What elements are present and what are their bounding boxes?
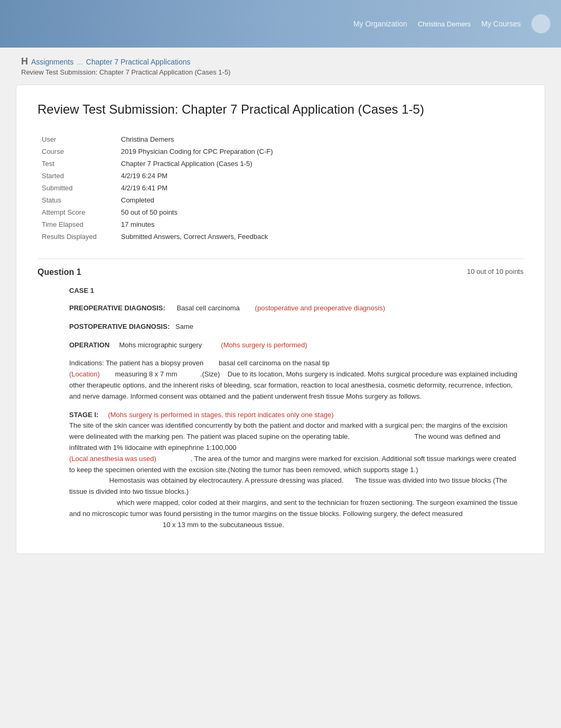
location-highlight: (Location) bbox=[69, 370, 100, 378]
info-row-time: Time Elapsed 17 minutes bbox=[38, 218, 523, 231]
assignments-link[interactable]: Assignments bbox=[31, 58, 73, 66]
stage-paragraph: STAGE I: (Mohs surgery is performed in s… bbox=[69, 410, 523, 531]
question-1-header: Question 1 10 out of 10 points bbox=[38, 259, 523, 277]
header-nav: My Organization Christina Demers My Cour… bbox=[353, 14, 550, 33]
preop-paragraph: PREOPERATIVE DIAGNOSIS: Basal cell carci… bbox=[69, 303, 523, 314]
my-organization-link[interactable]: My Organization bbox=[353, 20, 407, 28]
attempt-score-value: 50 out of 50 points bbox=[117, 206, 523, 218]
breadcrumb-separator: ... bbox=[77, 58, 83, 66]
operation-text: Mohs micrographic surgery bbox=[119, 341, 202, 349]
status-value: Completed bbox=[117, 194, 523, 206]
local-anesthesia-highlight: (Local anesthesia was used) bbox=[69, 455, 156, 463]
stage-highlight: (Mohs surgery is performed in stages, th… bbox=[108, 411, 333, 419]
postop-paragraph: POSTOPERATIVE DIAGNOSIS: Same bbox=[69, 321, 523, 333]
case-title: CASE 1 bbox=[69, 285, 523, 297]
user-name-display: Christina Demers bbox=[418, 20, 471, 28]
results-displayed-value: Submitted Answers, Correct Answers, Feed… bbox=[117, 231, 523, 243]
postop-label: POSTOPERATIVE DIAGNOSIS: bbox=[69, 322, 170, 330]
postop-text: Same bbox=[175, 322, 193, 330]
started-value: 4/2/19 6:24 PM bbox=[117, 170, 523, 182]
info-row-test: Test Chapter 7 Practical Application (Ca… bbox=[38, 158, 523, 170]
stage-text4: Hemostasis was obtained by electrocauter… bbox=[109, 476, 343, 484]
info-row-started: Started 4/2/19 6:24 PM bbox=[38, 170, 523, 182]
info-row-user: User Christina Demers bbox=[38, 133, 523, 145]
info-row-results: Results Displayed Submitted Answers, Cor… bbox=[38, 231, 523, 243]
user-value: Christina Demers bbox=[117, 133, 523, 145]
indications-text2: basal cell carcinoma on the nasal tip bbox=[219, 359, 330, 367]
question-1-title: Question 1 bbox=[38, 268, 81, 277]
indications-paragraph: Indications: The patient has a biopsy pr… bbox=[69, 358, 523, 402]
operation-paragraph: OPERATION Mohs micrographic surgery (Moh… bbox=[69, 340, 523, 351]
preop-highlight: (postoperative and preoperative diagnosi… bbox=[255, 304, 385, 312]
info-row-score: Attempt Score 50 out of 50 points bbox=[38, 206, 523, 218]
header: My Organization Christina Demers My Cour… bbox=[0, 0, 561, 48]
breadcrumb-current: Review Test Submission: Chapter 7 Practi… bbox=[21, 68, 540, 76]
started-label: Started bbox=[38, 170, 117, 182]
info-row-submitted: Submitted 4/2/19 6:41 PM bbox=[38, 182, 523, 194]
my-courses-link[interactable]: My Courses bbox=[481, 20, 521, 28]
breadcrumb-area: H Assignments ... Chapter 7 Practical Ap… bbox=[0, 48, 561, 79]
course-label: Course bbox=[38, 145, 117, 158]
indications-text: Indications: The patient has a biopsy pr… bbox=[69, 359, 203, 367]
size-text: .(Size) bbox=[200, 370, 220, 378]
info-row-status: Status Completed bbox=[38, 194, 523, 206]
time-elapsed-value: 17 minutes bbox=[117, 218, 523, 231]
stage-label: STAGE I: bbox=[69, 411, 98, 419]
preop-label: PREOPERATIVE DIAGNOSIS: bbox=[69, 304, 165, 312]
time-elapsed-label: Time Elapsed bbox=[38, 218, 117, 231]
measuring-text: measuring 8 x 7 mm bbox=[115, 370, 177, 378]
submitted-value: 4/2/19 6:41 PM bbox=[117, 182, 523, 194]
course-value: 2019 Physician Coding for CPC Preparatio… bbox=[117, 145, 523, 158]
submitted-label: Submitted bbox=[38, 182, 117, 194]
question-1-score: 10 out of 10 points bbox=[467, 268, 523, 275]
preop-text: Basal cell carcinoma bbox=[176, 304, 239, 312]
avatar bbox=[531, 14, 550, 33]
chapter-link[interactable]: Chapter 7 Practical Applications bbox=[86, 58, 191, 66]
page-title: Review Test Submission: Chapter 7 Practi… bbox=[38, 101, 523, 117]
test-value: Chapter 7 Practical Application (Cases 1… bbox=[117, 158, 523, 170]
case-1-body: CASE 1 PREOPERATIVE DIAGNOSIS: Basal cel… bbox=[69, 285, 523, 530]
results-displayed-label: Results Displayed bbox=[38, 231, 117, 243]
defect-size: 10 x 13 mm to the subcutaneous tissue. bbox=[163, 521, 284, 529]
status-label: Status bbox=[38, 194, 117, 206]
operation-label: OPERATION bbox=[69, 341, 109, 349]
test-label: Test bbox=[38, 158, 117, 170]
operation-highlight: (Mohs surgery is performed) bbox=[221, 341, 307, 349]
tissue-highlight: which were mapped, color coded at their … bbox=[69, 499, 518, 518]
content-card: Review Test Submission: Chapter 7 Practi… bbox=[16, 85, 545, 554]
user-label: User bbox=[38, 133, 117, 145]
breadcrumb: H Assignments ... Chapter 7 Practical Ap… bbox=[21, 56, 540, 67]
home-icon[interactable]: H bbox=[21, 56, 28, 67]
info-table: User Christina Demers Course 2019 Physic… bbox=[38, 133, 523, 243]
info-row-course: Course 2019 Physician Coding for CPC Pre… bbox=[38, 145, 523, 158]
attempt-score-label: Attempt Score bbox=[38, 206, 117, 218]
